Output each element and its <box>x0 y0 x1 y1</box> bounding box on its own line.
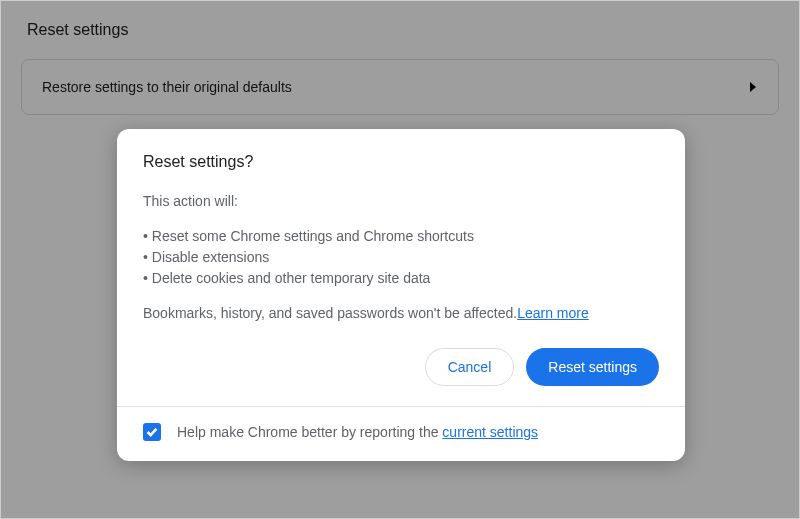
dialog-bullet-item: • Delete cookies and other temporary sit… <box>143 268 659 289</box>
dialog-button-row: Cancel Reset settings <box>143 348 659 386</box>
dialog-footer: Help make Chrome better by reporting the… <box>117 406 685 461</box>
dialog-intro: This action will: <box>143 191 659 212</box>
dialog-bullet-item: • Disable extensions <box>143 247 659 268</box>
learn-more-link[interactable]: Learn more <box>517 305 589 321</box>
dialog-note: Bookmarks, history, and saved passwords … <box>143 303 659 324</box>
reset-settings-button[interactable]: Reset settings <box>526 348 659 386</box>
dialog-bullet-item: • Reset some Chrome settings and Chrome … <box>143 226 659 247</box>
cancel-button[interactable]: Cancel <box>425 348 515 386</box>
report-settings-checkbox[interactable] <box>143 423 161 441</box>
footer-text: Help make Chrome better by reporting the… <box>177 424 538 440</box>
reset-settings-dialog: Reset settings? This action will: • Rese… <box>117 129 685 461</box>
dialog-title: Reset settings? <box>143 153 659 171</box>
checkmark-icon <box>145 425 159 439</box>
dialog-bullet-list: • Reset some Chrome settings and Chrome … <box>143 226 659 289</box>
current-settings-link[interactable]: current settings <box>442 424 538 440</box>
dialog-body: Reset settings? This action will: • Rese… <box>117 129 685 406</box>
